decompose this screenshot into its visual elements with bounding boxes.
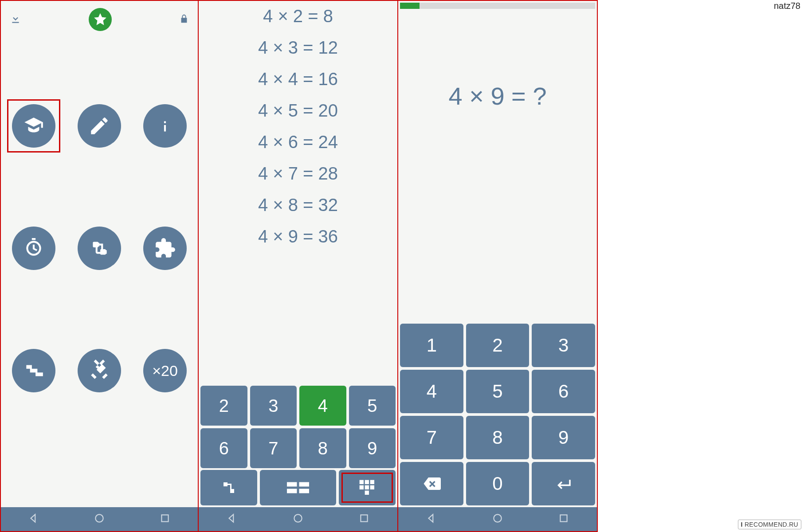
table-row: 4 × 7 = 28 <box>258 164 338 184</box>
digit-key-0[interactable]: 0 <box>466 462 529 505</box>
digit-key-3[interactable]: 3 <box>532 324 595 367</box>
puzzle-button[interactable] <box>143 227 187 270</box>
svg-rect-10 <box>360 480 364 484</box>
battle-button[interactable] <box>78 349 121 392</box>
table-select-key-8[interactable]: 8 <box>299 428 346 468</box>
svg-rect-20 <box>561 515 567 521</box>
svg-rect-18 <box>361 515 368 521</box>
table-row: 4 × 3 = 12 <box>258 38 338 58</box>
timer-button[interactable] <box>12 227 55 270</box>
table-select-key-2[interactable]: 2 <box>200 386 247 426</box>
digit-key-6[interactable]: 6 <box>532 370 595 413</box>
android-nav-bar <box>398 507 597 531</box>
svg-rect-4 <box>224 482 227 486</box>
home-screen-panel: ×20 <box>0 0 199 532</box>
svg-rect-3 <box>161 515 168 521</box>
nav-home-icon[interactable] <box>94 512 105 526</box>
table-select-key-4[interactable]: 4 <box>299 386 346 426</box>
svg-rect-1 <box>100 249 106 255</box>
svg-point-2 <box>95 514 103 522</box>
digit-key-5[interactable]: 5 <box>466 370 529 413</box>
nav-recent-icon[interactable] <box>159 512 171 526</box>
nav-home-icon[interactable] <box>492 512 503 526</box>
svg-rect-7 <box>299 482 309 487</box>
digit-key-9[interactable]: 9 <box>532 416 595 459</box>
keypad-view-button[interactable] <box>339 470 396 505</box>
svg-point-19 <box>494 514 501 522</box>
practice-button[interactable] <box>78 104 121 148</box>
question-text: 4 × 9 = ? <box>398 11 597 322</box>
info-button[interactable] <box>143 104 187 148</box>
svg-point-17 <box>294 514 302 522</box>
svg-rect-12 <box>370 480 374 484</box>
digit-key-2[interactable]: 2 <box>466 324 529 367</box>
table-select-key-6[interactable]: 6 <box>200 428 247 468</box>
watermark-label: I RECOMMEND.RU <box>738 520 801 529</box>
progress-bar <box>400 3 595 9</box>
table-row: 4 × 6 = 24 <box>258 132 338 152</box>
svg-rect-15 <box>370 485 374 489</box>
learn-mode-selected <box>7 99 60 153</box>
steps-button[interactable] <box>12 349 55 392</box>
grid-view-button[interactable] <box>260 470 336 505</box>
enter-key[interactable] <box>532 462 595 505</box>
progress-fill <box>400 3 420 9</box>
lock-icon[interactable] <box>179 13 189 26</box>
android-nav-bar <box>199 507 397 531</box>
digit-key-4[interactable]: 4 <box>400 370 463 413</box>
table-select-key-9[interactable]: 9 <box>349 428 396 468</box>
table-select-key-3[interactable]: 3 <box>250 386 297 426</box>
table-row: 4 × 2 = 8 <box>263 6 333 26</box>
svg-rect-8 <box>287 489 297 493</box>
tree-view-button[interactable] <box>200 470 257 505</box>
x20-label: ×20 <box>152 362 178 379</box>
nav-home-icon[interactable] <box>292 512 304 526</box>
star-badge-icon[interactable] <box>89 8 112 31</box>
table-screen-panel: 4 × 2 = 84 × 3 = 124 × 4 = 164 × 5 = 204… <box>198 0 398 532</box>
svg-rect-6 <box>287 482 297 487</box>
quiz-screen-panel: 4 × 9 = ? 1234567890 <box>397 0 598 532</box>
digit-key-7[interactable]: 7 <box>400 416 463 459</box>
nav-back-icon[interactable] <box>426 512 437 526</box>
digit-key-1[interactable]: 1 <box>400 324 463 367</box>
backspace-key[interactable] <box>400 462 463 505</box>
digit-key-8[interactable]: 8 <box>466 416 529 459</box>
table-row: 4 × 9 = 36 <box>258 227 338 246</box>
username-label: natz78 <box>774 1 800 11</box>
svg-rect-13 <box>360 485 364 489</box>
multiplication-table: 4 × 2 = 84 × 3 = 124 × 4 = 164 × 5 = 204… <box>199 1 397 384</box>
android-nav-bar <box>1 507 198 531</box>
table-row: 4 × 5 = 20 <box>258 101 338 121</box>
svg-rect-16 <box>365 491 369 495</box>
connect-button[interactable] <box>78 227 121 270</box>
table-row: 4 × 8 = 32 <box>258 195 338 215</box>
table-row: 4 × 4 = 16 <box>258 69 338 89</box>
learn-button[interactable] <box>12 104 55 148</box>
svg-rect-9 <box>299 489 309 493</box>
nav-recent-icon[interactable] <box>558 512 569 526</box>
table-select-key-5[interactable]: 5 <box>349 386 396 426</box>
nav-back-icon[interactable] <box>28 512 39 526</box>
svg-rect-11 <box>365 480 369 484</box>
svg-rect-14 <box>365 485 369 489</box>
nav-recent-icon[interactable] <box>358 512 370 526</box>
download-icon[interactable] <box>10 13 21 26</box>
x20-button[interactable]: ×20 <box>143 349 187 392</box>
table-select-key-7[interactable]: 7 <box>250 428 297 468</box>
nav-back-icon[interactable] <box>226 512 238 526</box>
